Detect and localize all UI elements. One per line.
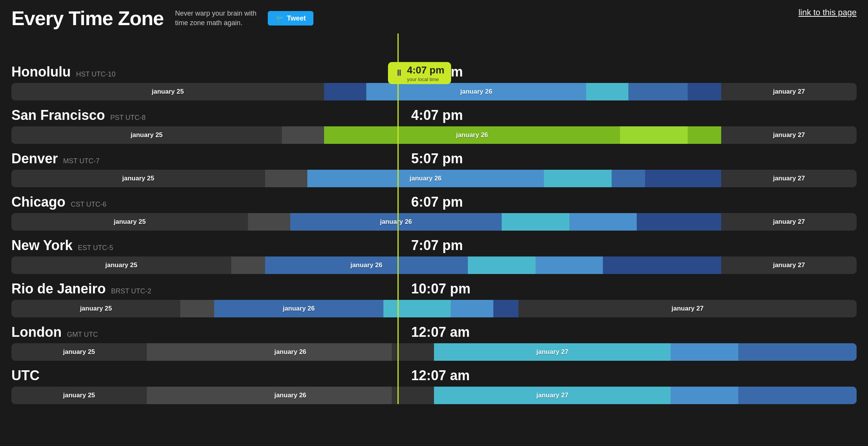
bar-segment — [671, 387, 738, 404]
bar-segment — [493, 300, 519, 317]
bar-segment — [324, 83, 366, 100]
bar-segment — [282, 126, 324, 144]
timezone-rows: HonoluluHST UTC-102:07 pmjanuary 25janua… — [0, 60, 868, 404]
timezone-current-time: 12:07 am — [405, 324, 470, 340]
timeline-bar: january 25january 26january 27 — [11, 83, 857, 100]
bar-segment — [147, 343, 189, 361]
bar-segment — [265, 170, 307, 187]
bar-segment: january 27 — [721, 170, 857, 187]
time-bubble-inner: 4:07 pm your local time — [407, 64, 444, 82]
current-time-display: 4:07 pm — [407, 64, 444, 76]
bar-segment: january 27 — [434, 343, 671, 361]
bar-segment: january 27 — [518, 300, 857, 317]
city-name: San Francisco — [11, 107, 105, 123]
bar-segment — [586, 83, 628, 100]
header: Every Time Zone Never warp your brain wi… — [0, 0, 868, 33]
timezone-current-time: 10:07 pm — [405, 281, 471, 297]
timezone-row: UTC12:07 amjanuary 25january 26january 2… — [0, 364, 868, 404]
bar-segment — [569, 213, 637, 231]
timezone-row: San FranciscoPST UTC-84:07 pmjanuary 25j… — [0, 104, 868, 144]
timeline-bar: january 25january 26january 27 — [11, 256, 857, 274]
bar-segment — [451, 300, 493, 317]
tweet-button[interactable]: 🐦 Tweet — [268, 11, 313, 25]
city-name: UTC — [11, 368, 40, 384]
bar-segment — [147, 387, 189, 404]
timeline-bar: january 25january 26january 27 — [11, 170, 857, 187]
bar-segment: january 25 — [11, 213, 248, 231]
bar-segment — [383, 300, 451, 317]
tagline: Never warp your brain with time zone mat… — [175, 9, 256, 28]
bar-segment — [468, 256, 536, 274]
content-area: ⏸ 4:07 pm your local time HonoluluHST UT… — [0, 33, 868, 404]
timeline-bar: january 25january 26january 27 — [11, 126, 857, 144]
bar-segment: january 26 — [290, 213, 502, 231]
timezone-abbr: PST UTC-8 — [110, 114, 146, 122]
site-title: Every Time Zone — [11, 7, 164, 30]
timezone-abbr: MST UTC-7 — [63, 157, 100, 165]
bar-segment — [628, 83, 688, 100]
timezone-row: DenverMST UTC-75:07 pmjanuary 25january … — [0, 147, 868, 187]
time-indicator: ⏸ 4:07 pm your local time — [388, 62, 451, 84]
bar-segment: january 27 — [721, 213, 857, 231]
bar-segment: january 26 — [324, 126, 620, 144]
bar-segment: january 26 — [189, 343, 392, 361]
timeline-bar: january 25january 26january 27 — [11, 387, 857, 404]
city-name: Denver — [11, 151, 58, 167]
timezone-row: New YorkEST UTC-57:07 pmjanuary 25januar… — [0, 234, 868, 274]
bar-segment — [688, 126, 722, 144]
bar-segment — [671, 343, 738, 361]
bar-segment: january 25 — [11, 83, 324, 100]
city-name: New York — [11, 237, 73, 253]
timezone-current-time: 5:07 pm — [405, 151, 463, 167]
bar-segment: january 26 — [214, 300, 383, 317]
city-name: Honolulu — [11, 64, 71, 80]
bar-segment: january 27 — [434, 387, 671, 404]
timezone-current-time: 12:07 am — [405, 368, 470, 384]
bar-segment — [738, 387, 857, 404]
pause-icon: ⏸ — [395, 68, 403, 78]
bar-segment: january 25 — [11, 256, 231, 274]
bar-segment: january 25 — [11, 126, 282, 144]
bar-segment — [248, 213, 290, 231]
bar-segment: january 25 — [11, 343, 147, 361]
bar-segment — [536, 256, 603, 274]
bar-segment — [544, 170, 612, 187]
bar-segment — [688, 83, 722, 100]
city-name: Chicago — [11, 194, 65, 210]
bar-segment — [603, 256, 721, 274]
vertical-timeline-line — [397, 33, 399, 404]
timeline-bar: january 25january 26january 27 — [11, 343, 857, 361]
bar-segment: january 25 — [11, 300, 180, 317]
timezone-abbr: HST UTC-10 — [76, 70, 116, 78]
bar-segment: january 27 — [721, 83, 857, 100]
bar-segment — [231, 256, 265, 274]
timezone-abbr: BRST UTC-2 — [111, 287, 151, 295]
timezone-row: ChicagoCST UTC-66:07 pmjanuary 25january… — [0, 190, 868, 231]
time-bubble: ⏸ 4:07 pm your local time — [388, 62, 451, 84]
twitter-icon: 🐦 — [275, 14, 284, 22]
timezone-abbr: CST UTC-6 — [71, 201, 107, 209]
timezone-current-time: 7:07 pm — [405, 237, 463, 253]
bar-segment: january 26 — [307, 170, 544, 187]
bar-segment — [612, 170, 645, 187]
bar-segment — [502, 213, 569, 231]
timezone-row: LondonGMT UTC12:07 amjanuary 25january 2… — [0, 320, 868, 361]
bar-segment — [645, 170, 721, 187]
city-name: London — [11, 324, 62, 340]
timezone-abbr: EST UTC-5 — [78, 244, 113, 252]
timezone-abbr: GMT UTC — [67, 331, 98, 339]
city-name: Rio de Janeiro — [11, 281, 106, 297]
link-to-page[interactable]: link to this page — [798, 8, 857, 18]
bar-segment — [620, 126, 688, 144]
bar-segment: january 26 — [265, 256, 468, 274]
bar-segment — [738, 343, 857, 361]
bar-segment: january 25 — [11, 170, 265, 187]
timezone-row: Rio de JaneiroBRST UTC-210:07 pmjanuary … — [0, 277, 868, 317]
bar-segment — [637, 213, 721, 231]
local-time-label: your local time — [407, 77, 444, 82]
timezone-current-time: 4:07 pm — [405, 107, 463, 123]
bar-segment: january 26 — [366, 83, 586, 100]
bar-segment: january 27 — [721, 256, 857, 274]
bar-segment — [180, 300, 214, 317]
bar-segment: january 25 — [11, 387, 147, 404]
